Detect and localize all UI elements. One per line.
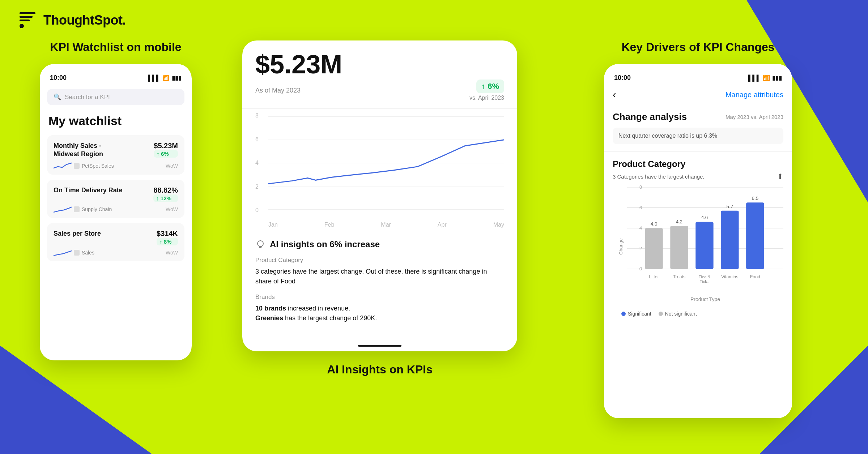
change-analysis-section: Change analysis May 2023 vs. April 2023 … [604,108,792,152]
left-panel-title: KPI Watchlist on mobile [50,40,181,54]
search-icon: 🔍 [54,93,61,101]
product-category-title: Product Category [613,159,783,169]
left-panel: KPI Watchlist on mobile 10:00 ▌▌▌ 📶 ▮▮▮ … [14,40,217,360]
line-chart-svg [268,112,504,214]
thoughtspot-logo-icon [17,10,38,30]
x-label-apr: Apr [438,222,447,228]
ai-insights-section: AI insights on 6% increase Product Categ… [242,232,517,338]
bar-chart-y-label: Change [618,238,624,255]
source-icon-1 [74,163,80,169]
svg-text:8: 8 [639,185,642,190]
kpi-change-badge-2: ↑ 12% [153,194,178,202]
svg-text:Treats: Treats [673,274,685,279]
insight-category-label-2: Brands [255,294,504,301]
x-label-may: May [493,222,504,228]
line-chart-area: 8 6 4 2 0 [242,109,517,232]
large-kpi-date: As of May 2023 [255,87,301,94]
legend-item-significant: Significant [621,311,651,317]
bar-chart-svg: 0 2 4 6 8 4.0 Litter [627,185,783,294]
sparkline-3 [54,248,72,257]
kpi-name-delivery: On Time Delivery Rate [54,186,123,194]
ai-bulb-icon [255,239,265,249]
source-icon-3 [74,250,80,256]
insight-group-brands: Brands 10 brands increased in revenue.Gr… [255,294,504,323]
kpi-value-monthly-sales: $5.23M [154,142,178,150]
share-icon[interactable]: ⬆ [777,172,783,181]
wifi-icon: 📶 [162,74,170,81]
center-panel-title: AI Insights on KPIs [327,363,433,376]
kpi-card-sales-per-store[interactable]: Sales per Store $314K ↑ 8% [47,223,184,261]
ai-insights-header: AI insights on 6% increase [255,239,504,249]
sparkline-1 [54,162,72,170]
large-kpi-vs: vs. April 2023 [469,95,504,101]
search-placeholder: Search for a KPI [65,94,110,101]
phone-status-bar: 10:00 ▌▌▌ 📶 ▮▮▮ [40,71,192,85]
svg-text:4.2: 4.2 [676,219,683,224]
kpi-name-sales-store: Sales per Store [54,230,101,238]
ai-insights-phone: $5.23M As of May 2023 ↑ 6% vs. April 202… [242,40,517,351]
large-kpi-value: $5.23M [255,51,504,77]
svg-text:Tick..: Tick.. [700,279,710,284]
kpi-value-block-1: $5.23M ↑ 6% [154,142,178,158]
right-panel: Key Drivers of KPI Changes 10:00 ▌▌▌ 📶 ▮… [542,40,854,418]
large-kpi-meta: As of May 2023 ↑ 6% vs. April 2023 [255,80,504,101]
manage-attributes-button[interactable]: Manage attributes [726,91,783,99]
bar-food [746,202,764,269]
y-label-6: 6 [255,136,259,143]
chart-legend: Significant Not significant [613,308,783,320]
ai-insights-title: AI insights on 6% increase [270,239,380,249]
x-label-mar: Mar [381,222,391,228]
large-phone-header: $5.23M As of May 2023 ↑ 6% vs. April 202… [242,40,517,109]
kpi-value-block-3: $314K ↑ 8% [157,230,178,245]
svg-rect-2 [20,20,30,21]
svg-point-3 [20,24,24,28]
battery-icon: ▮▮▮ [172,74,182,81]
svg-point-9 [258,241,263,247]
bar-chart-container: Change 0 2 4 6 [613,185,783,308]
kpi-period-2: WoW [166,206,178,212]
kpi-drivers-phone: 10:00 ▌▌▌ 📶 ▮▮▮ ‹ Manage attributes Chan… [604,64,792,418]
x-label-feb: Feb [324,222,335,228]
product-category-subtitle: 3 Categories have the largest change. ⬆ [613,172,783,181]
change-analysis-dates: May 2023 vs. April 2023 [726,114,783,120]
right-status-icons: ▌▌▌ 📶 ▮▮▮ [748,74,782,81]
insight-text-2: 10 brands increased in revenue.Greenies … [255,304,504,323]
right-battery-icon: ▮▮▮ [772,74,782,81]
phone-body: 🔍 Search for a KPI My watchlist Monthly … [40,85,192,274]
kpi-watchlist-phone: 10:00 ▌▌▌ 📶 ▮▮▮ 🔍 Search for a KPI My wa… [40,64,192,360]
watchlist-title: My watchlist [47,114,184,128]
change-analysis-title: Change analysis [613,111,687,123]
header: ThoughtSpot. [0,0,868,40]
kpi-change-badge-3: ↑ 8% [157,238,178,245]
legend-dot-significant [621,312,626,316]
kpi-source-1: PetSpot Sales [74,163,114,169]
svg-text:5.7: 5.7 [727,204,733,209]
change-analysis-header: Change analysis May 2023 vs. April 2023 [613,111,783,123]
chart-svg-container [268,112,504,214]
source-icon-2 [74,206,80,212]
back-button[interactable]: ‹ [613,89,616,100]
y-label-0: 0 [255,207,259,214]
svg-text:Litter: Litter [649,274,659,279]
search-bar[interactable]: 🔍 Search for a KPI [47,89,184,105]
kpi-card-delivery-rate[interactable]: On Time Delivery Rate 88.82% ↑ 12% [47,180,184,218]
kpi-card-monthly-sales[interactable]: Monthly Sales -Midwest Region $5.23M ↑ 6… [47,135,184,175]
legend-item-not-significant: Not significant [659,311,697,317]
right-phone-time: 10:00 [614,74,631,82]
right-signal-icon: ▌▌▌ [748,75,761,81]
insight-group-product-category: Product Category 3 categories have the l… [255,257,504,286]
kpi-change-monthly-sales: ↑ 6% [157,151,169,157]
kpi-name-monthly-sales: Monthly Sales -Midwest Region [54,142,103,159]
kpi-source-2: Supply Chain [74,206,112,212]
sparkline-2 [54,205,72,214]
legend-dot-not-significant [659,312,663,316]
logo: ThoughtSpot. [17,10,126,30]
kpi-period-3: WoW [166,250,178,256]
signal-icon: ▌▌▌ [148,75,160,81]
y-label-8: 8 [255,112,259,119]
right-wifi-icon: 📶 [763,74,770,81]
svg-text:2: 2 [639,246,642,251]
kpi-source-3: Sales [74,250,94,256]
right-panel-title: Key Drivers of KPI Changes [621,40,774,54]
kpi-value-block-2: 88.82% ↑ 12% [153,186,178,202]
